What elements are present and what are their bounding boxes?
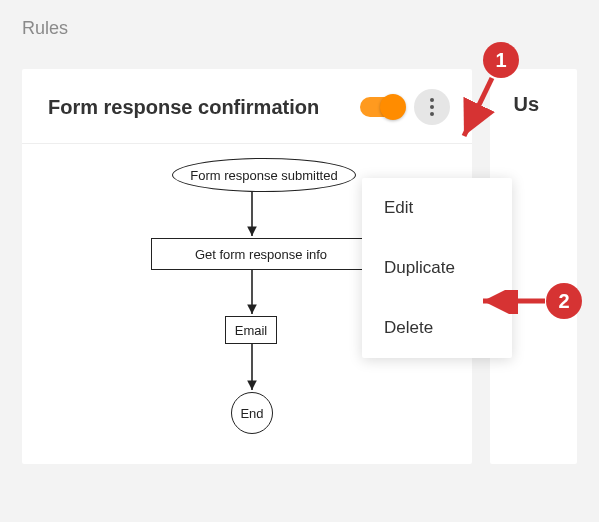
- card-title: Form response confirmation: [48, 96, 319, 119]
- svg-line-3: [464, 78, 492, 136]
- annotation-badge-1: 1: [483, 42, 519, 78]
- rule-toggle[interactable]: [360, 97, 404, 117]
- kebab-dot-icon: [430, 105, 434, 109]
- flow-node-step2: Email: [225, 316, 277, 344]
- more-menu-button[interactable]: [414, 89, 450, 125]
- card-header-actions: [360, 89, 450, 125]
- menu-item-edit[interactable]: Edit: [362, 178, 512, 238]
- toggle-knob: [380, 94, 406, 120]
- kebab-dot-icon: [430, 112, 434, 116]
- flow-node-start: Form response submitted: [172, 158, 356, 192]
- card-title-secondary: Us: [514, 93, 577, 116]
- annotation-badge-2: 2: [546, 283, 582, 319]
- menu-item-duplicate[interactable]: Duplicate: [362, 238, 512, 298]
- annotation-arrow-2-icon: [475, 290, 555, 314]
- flow-node-step1: Get form response info: [151, 238, 371, 270]
- flow-node-end: End: [231, 392, 273, 434]
- kebab-dot-icon: [430, 98, 434, 102]
- annotation-arrow-1-icon: [450, 72, 510, 152]
- more-menu-dropdown: Edit Duplicate Delete: [362, 178, 512, 358]
- card-header: Form response confirmation: [22, 69, 472, 144]
